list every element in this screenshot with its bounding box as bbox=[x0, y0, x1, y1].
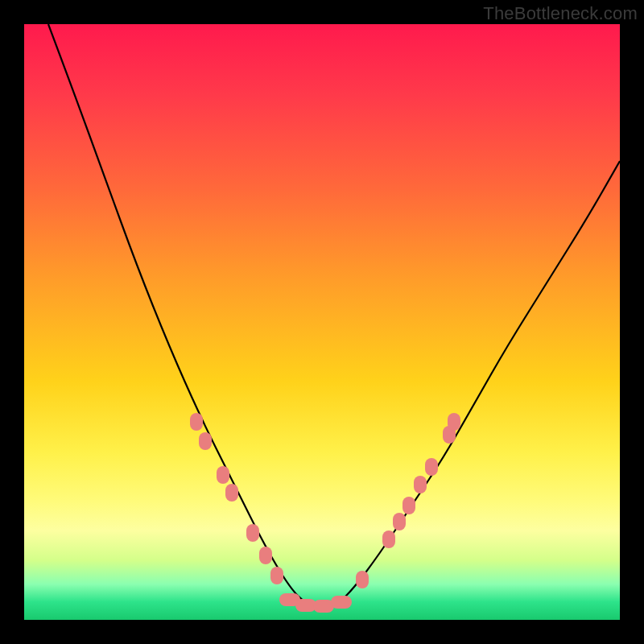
data-marker bbox=[259, 547, 272, 564]
chart-frame: TheBottleneck.com bbox=[0, 0, 644, 644]
data-marker bbox=[414, 476, 427, 493]
bottleneck-curve bbox=[48, 24, 620, 607]
data-marker bbox=[217, 466, 229, 484]
data-marker bbox=[448, 413, 460, 431]
data-marker bbox=[199, 432, 212, 450]
data-marker bbox=[225, 484, 238, 502]
data-marker bbox=[190, 413, 203, 431]
data-marker bbox=[331, 596, 352, 609]
data-marker bbox=[425, 458, 438, 476]
curve-svg bbox=[24, 24, 620, 620]
data-marker bbox=[356, 571, 369, 588]
data-marker bbox=[393, 513, 406, 530]
data-marker bbox=[402, 497, 415, 514]
plot-area bbox=[24, 24, 620, 620]
data-marker bbox=[270, 567, 283, 584]
data-marker bbox=[246, 524, 259, 542]
watermark-text: TheBottleneck.com bbox=[483, 3, 638, 24]
data-marker bbox=[382, 530, 395, 548]
